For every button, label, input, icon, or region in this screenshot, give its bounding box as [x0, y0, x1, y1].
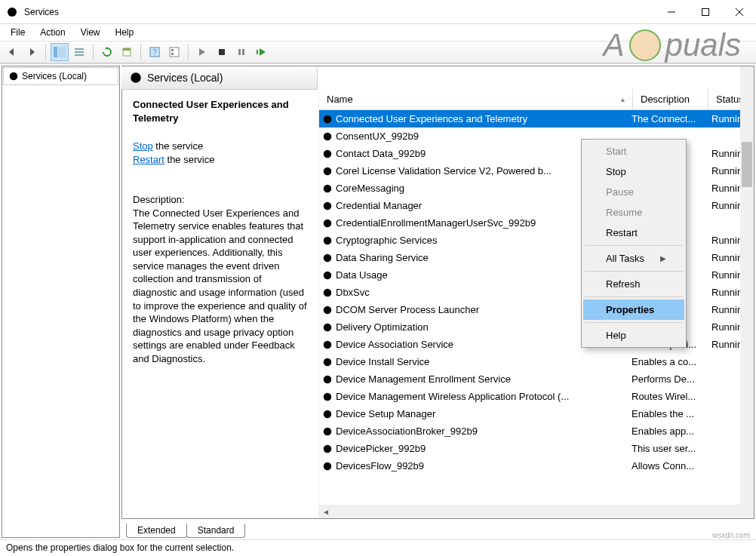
cm-stop[interactable]: Stop	[583, 161, 684, 182]
service-name-label: CredentialEnrollmentManagerUserSvc_992b9	[336, 217, 536, 229]
gear-icon	[322, 444, 333, 454]
cm-refresh[interactable]: Refresh	[583, 274, 684, 294]
gear-icon	[322, 392, 333, 402]
gear-icon	[129, 71, 143, 84]
footer-watermark: wsxdn.com	[712, 531, 750, 539]
scrollbar-thumb[interactable]	[742, 142, 752, 187]
stop-service-button[interactable]	[213, 43, 231, 61]
show-tree-button[interactable]	[51, 43, 69, 61]
service-row[interactable]: Delivery OptimizationRunning	[319, 318, 754, 336]
minimize-button[interactable]	[654, 0, 688, 23]
service-row[interactable]: CoreMessagingRunning	[319, 180, 754, 197]
tab-standard[interactable]: Standard	[186, 524, 246, 538]
service-name-label: DbxSvc	[336, 287, 370, 298]
svg-rect-19	[242, 49, 244, 55]
details-button[interactable]	[70, 43, 88, 61]
panel-title: Services (Local)	[147, 72, 223, 84]
pause-service-button[interactable]	[232, 43, 250, 61]
svg-rect-17	[219, 49, 225, 55]
title-bar: Services	[0, 0, 756, 24]
restart-link[interactable]: Restart	[133, 154, 164, 165]
back-button[interactable]	[3, 43, 21, 61]
cm-restart[interactable]: Restart	[583, 223, 684, 243]
export-button[interactable]	[118, 43, 136, 61]
gear-icon	[322, 218, 333, 229]
menu-file[interactable]: File	[3, 26, 32, 39]
service-row[interactable]: CredentialEnrollmentManagerUserSvc_992b9	[319, 214, 754, 232]
service-row[interactable]: Connected User Experiences and Telemetry…	[319, 110, 754, 127]
context-menu: Start Stop Pause Resume Restart All Task…	[581, 139, 687, 348]
maximize-button[interactable]	[688, 0, 722, 23]
cm-pause[interactable]: Pause	[583, 182, 684, 202]
gear-icon	[6, 6, 18, 18]
gear-icon	[322, 287, 333, 298]
refresh-button[interactable]	[98, 43, 116, 61]
service-description: This user ser...	[628, 443, 708, 454]
svg-rect-16	[171, 53, 174, 55]
status-bar: Opens the properties dialog box for the …	[0, 539, 756, 556]
gear-icon	[322, 409, 333, 419]
service-row[interactable]: Corel License Validation Service V2, Pow…	[319, 162, 754, 180]
menu-help[interactable]: Help	[108, 26, 142, 39]
column-name[interactable]: Name▴	[319, 89, 633, 109]
service-name-label: Data Usage	[336, 269, 388, 281]
column-description[interactable]: Description	[633, 89, 708, 109]
menu-view[interactable]: View	[73, 26, 108, 39]
selected-service-name: Connected User Experiences and Telemetry	[133, 98, 308, 124]
cm-all-tasks[interactable]: All Tasks▶	[583, 248, 684, 269]
face-icon	[629, 29, 661, 61]
svg-rect-10	[75, 54, 84, 56]
cm-resume[interactable]: Resume	[583, 202, 684, 223]
help-button[interactable]: ?	[146, 43, 164, 61]
tree-root-item[interactable]: Services (Local)	[3, 67, 118, 85]
service-row[interactable]: Device Management Wireless Application P…	[319, 388, 754, 405]
svg-rect-7	[58, 47, 66, 57]
cm-start[interactable]: Start	[583, 141, 684, 161]
service-name-label: Delivery Optimization	[336, 321, 429, 333]
stop-link[interactable]: Stop	[133, 140, 153, 152]
tree-pane[interactable]: Services (Local)	[2, 66, 120, 538]
service-row[interactable]: Device Association ServiceEnables pairi.…	[319, 336, 754, 353]
service-row[interactable]: Data Sharing ServiceRunning	[319, 249, 754, 266]
services-list[interactable]: Name▴ Description Status Connected User …	[318, 89, 754, 518]
service-row[interactable]: Data UsageRunning	[319, 266, 754, 284]
service-row[interactable]: Device Setup ManagerEnables the ...	[319, 405, 754, 422]
gear-icon	[322, 374, 333, 385]
vertical-scrollbar[interactable]	[740, 66, 754, 518]
cm-properties[interactable]: Properties	[583, 300, 684, 320]
service-row[interactable]: Device Management Enrollment ServicePerf…	[319, 370, 754, 388]
gear-icon	[322, 461, 333, 472]
scroll-left-icon[interactable]: ◄	[319, 505, 333, 518]
service-row[interactable]: Cryptographic ServicesRunning	[319, 232, 754, 249]
restart-service-button[interactable]	[252, 43, 270, 61]
properties-button[interactable]	[165, 43, 183, 61]
cm-help[interactable]: Help	[583, 325, 684, 346]
service-row[interactable]: DeviceAssociationBroker_992b9Enables app…	[319, 422, 754, 440]
service-row[interactable]: DCOM Server Process LauncherRunning	[319, 301, 754, 318]
svg-rect-6	[54, 47, 57, 57]
menu-action[interactable]: Action	[32, 26, 72, 39]
gear-icon	[322, 339, 333, 350]
gear-icon	[322, 149, 333, 159]
service-description: Enables app...	[628, 425, 708, 437]
service-row[interactable]: DevicesFlow_992b9Allows Conn...	[319, 457, 754, 475]
service-row[interactable]: DbxSvcRunning	[319, 284, 754, 301]
service-description: Allows Conn...	[628, 460, 708, 472]
list-header[interactable]: Name▴ Description Status	[319, 89, 754, 110]
horizontal-scrollbar[interactable]: ◄ ►	[319, 505, 754, 518]
panel-header: Services (Local)	[121, 66, 318, 90]
start-service-button[interactable]	[193, 43, 211, 61]
tab-extended[interactable]: Extended	[126, 524, 187, 538]
gear-icon	[322, 305, 333, 315]
service-name-label: Cryptographic Services	[336, 235, 437, 246]
service-name-label: Device Association Service	[336, 339, 453, 350]
forward-button[interactable]	[23, 43, 41, 61]
svg-rect-14	[170, 48, 179, 57]
service-row[interactable]: ConsentUX_992b9	[319, 127, 754, 145]
service-row[interactable]: Credential ManagerRunning	[319, 197, 754, 214]
service-description: Routes Wirel...	[628, 391, 708, 402]
service-row[interactable]: Contact Data_992b9Running	[319, 145, 754, 162]
service-row[interactable]: Device Install ServiceEnables a co...	[319, 353, 754, 370]
service-row[interactable]: DevicePicker_992b9This user ser...	[319, 440, 754, 457]
close-button[interactable]	[722, 0, 756, 23]
